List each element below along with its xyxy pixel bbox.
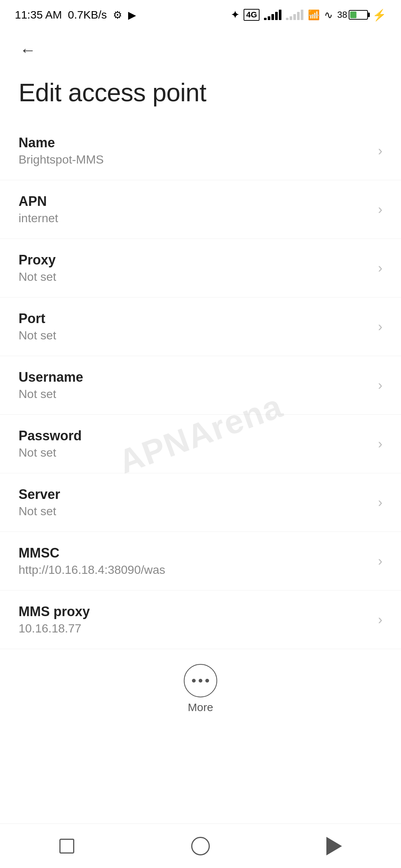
recents-icon (59, 839, 74, 854)
dot-2 (199, 679, 202, 683)
signal-bars-1 (264, 10, 281, 20)
settings-item-proxy[interactable]: ProxyNot set› (0, 239, 401, 297)
settings-label-password: Password (19, 428, 371, 444)
settings-label-apn: APN (19, 194, 371, 209)
settings-list: NameBrightspot-MMS›APNinternet›ProxyNot … (0, 122, 401, 649)
settings-value-proxy: Not set (19, 270, 371, 284)
settings-item-apn[interactable]: APNinternet› (0, 180, 401, 239)
chevron-icon-apn: › (378, 202, 382, 217)
settings-item-mmsc[interactable]: MMSChttp://10.16.18.4:38090/was› (0, 532, 401, 591)
recents-button[interactable] (52, 831, 82, 861)
chevron-icon-mmsc: › (378, 553, 382, 569)
signal-bars-2 (286, 10, 303, 20)
settings-label-mmsc: MMSC (19, 545, 371, 561)
battery-fill (350, 11, 356, 18)
settings-item-content-proxy: ProxyNot set (19, 252, 371, 284)
settings-icon: ⚙ (113, 9, 122, 21)
back-arrow-icon: ← (20, 42, 36, 58)
settings-label-proxy: Proxy (19, 252, 371, 268)
settings-item-content-mmsc: MMSChttp://10.16.18.4:38090/was (19, 545, 371, 577)
settings-item-port[interactable]: PortNot set› (0, 297, 401, 356)
status-bar: 11:35 AM 0.7KB/s ⚙ ▶ ✦ 4G 📶 ∿ 38 (0, 0, 401, 30)
status-right: ✦ 4G 📶 ∿ 38 ⚡ (231, 9, 386, 22)
dot-1 (192, 679, 196, 683)
more-button[interactable] (184, 664, 217, 697)
settings-item-password[interactable]: PasswordNot set› (0, 415, 401, 473)
settings-value-mmsc: http://10.16.18.4:38090/was (19, 563, 371, 577)
settings-label-username: Username (19, 369, 371, 385)
battery-indicator: 38 (337, 10, 368, 20)
speed: 0.7KB/s (68, 9, 107, 21)
more-section: More (0, 649, 401, 725)
charging-icon: ⚡ (372, 9, 386, 22)
bottom-nav (0, 823, 401, 868)
chevron-icon-password: › (378, 436, 382, 452)
chevron-icon-server: › (378, 495, 382, 510)
back-nav-icon (326, 837, 342, 855)
settings-label-name: Name (19, 135, 371, 151)
lte-badge: 4G (244, 9, 260, 21)
settings-value-port: Not set (19, 329, 371, 342)
no-signal-icon: 📶 (308, 9, 320, 21)
settings-value-username: Not set (19, 387, 371, 401)
settings-item-content-username: UsernameNot set (19, 369, 371, 401)
settings-item-content-port: PortNot set (19, 311, 371, 342)
settings-item-server[interactable]: ServerNot set› (0, 473, 401, 532)
chevron-icon-name: › (378, 143, 382, 159)
settings-label-port: Port (19, 311, 371, 326)
chevron-icon-mms-proxy: › (378, 612, 382, 628)
back-button[interactable]: ← (15, 37, 41, 63)
settings-value-mms-proxy: 10.16.18.77 (19, 622, 371, 635)
settings-item-content-apn: APNinternet (19, 194, 371, 225)
settings-value-server: Not set (19, 504, 371, 518)
status-left: 11:35 AM 0.7KB/s ⚙ ▶ (15, 9, 136, 21)
settings-item-content-server: ServerNot set (19, 487, 371, 518)
settings-item-content-name: NameBrightspot-MMS (19, 135, 371, 167)
bluetooth-icon: ✦ (231, 9, 239, 21)
home-button[interactable] (186, 831, 215, 861)
dot-3 (205, 679, 209, 683)
settings-value-apn: internet (19, 211, 371, 225)
more-label: More (188, 701, 213, 714)
settings-value-name: Brightspot-MMS (19, 153, 371, 167)
chevron-icon-proxy: › (378, 260, 382, 276)
back-nav-button[interactable] (319, 831, 349, 861)
battery-box (349, 10, 368, 20)
settings-item-content-mms-proxy: MMS proxy10.16.18.77 (19, 604, 371, 635)
settings-item-mms-proxy[interactable]: MMS proxy10.16.18.77› (0, 591, 401, 649)
settings-value-password: Not set (19, 446, 371, 460)
home-icon (191, 837, 210, 855)
wifi-icon: ∿ (324, 9, 333, 21)
settings-item-content-password: PasswordNot set (19, 428, 371, 460)
battery-percent-label: 38 (337, 10, 347, 20)
camera-icon: ▶ (128, 9, 136, 21)
settings-label-server: Server (19, 487, 371, 502)
page-title: Edit access point (0, 70, 401, 122)
settings-item-username[interactable]: UsernameNot set› (0, 356, 401, 415)
chevron-icon-username: › (378, 378, 382, 393)
top-nav: ← (0, 30, 401, 70)
time: 11:35 AM (15, 9, 62, 21)
settings-label-mms-proxy: MMS proxy (19, 604, 371, 619)
more-dots-icon (192, 679, 209, 683)
chevron-icon-port: › (378, 319, 382, 335)
settings-item-name[interactable]: NameBrightspot-MMS› (0, 122, 401, 180)
